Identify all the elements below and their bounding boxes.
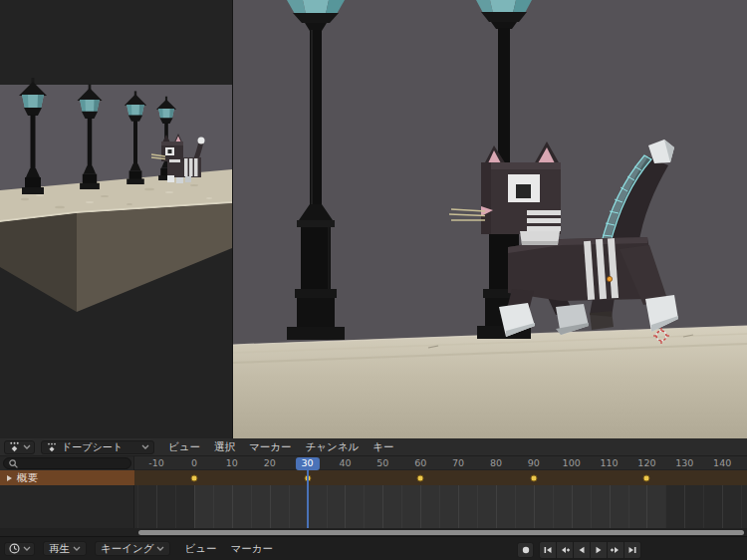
grid-line [232, 485, 233, 528]
search-icon [8, 458, 19, 469]
jump-to-end-button[interactable] [624, 542, 640, 558]
grid-line [213, 485, 214, 528]
chevron-down-icon [156, 546, 164, 552]
chevron-down-icon [23, 444, 31, 450]
scrollbar-thumb[interactable] [138, 530, 744, 535]
menu-view[interactable]: ビュー [184, 542, 216, 556]
grid-line [610, 485, 611, 528]
chevron-down-icon [73, 546, 81, 552]
current-frame-indicator[interactable]: 30 [296, 457, 320, 470]
ruler-tick: 0 [191, 457, 197, 468]
grid-line [194, 485, 195, 528]
timeline-editor-type-button[interactable] [4, 542, 35, 556]
grid-line [477, 485, 478, 528]
play-reverse-icon [576, 544, 588, 556]
transport-controls [517, 541, 641, 559]
ruler-tick: 110 [600, 457, 618, 468]
keyframe-dot[interactable] [530, 474, 537, 481]
keying-menu[interactable]: キーイング [95, 541, 170, 556]
grid-line [327, 485, 328, 528]
grid-line [684, 485, 685, 528]
grid-line [175, 485, 176, 528]
keyframe-dot[interactable] [643, 474, 650, 481]
horizontal-scrollbar[interactable] [0, 528, 747, 536]
play-icon [593, 544, 605, 556]
grid-line [496, 485, 497, 528]
ruler-tick: 130 [675, 457, 693, 468]
disclosure-triangle-icon [5, 474, 13, 482]
summary-keyframe-strip[interactable] [134, 470, 747, 485]
blender-window: ドープシート ビュー選択マーカーチャンネルキー 概要 [0, 0, 747, 560]
menu-view[interactable]: ビュー [168, 440, 200, 454]
dopesheet-icon [8, 440, 21, 453]
channel-search-input[interactable] [3, 457, 131, 469]
record-button[interactable] [517, 542, 534, 558]
dopesheet-body: 概要 30 -100102040506070809010011012013014… [0, 456, 747, 528]
grid-line [572, 485, 573, 528]
keying-menu-label: キーイング [101, 542, 153, 556]
play-reverse-button[interactable] [574, 542, 590, 558]
grid-line [420, 485, 421, 528]
main-viewport[interactable] [232, 0, 747, 438]
grid-line [401, 485, 402, 528]
menu-key[interactable]: キー [373, 440, 393, 454]
keyframe-dot[interactable] [191, 474, 198, 481]
grid-line [364, 485, 365, 528]
grid-line [251, 485, 252, 528]
ruler-tick: 60 [414, 457, 426, 468]
grid-line [289, 485, 290, 528]
next-keyframe-button[interactable] [608, 542, 623, 558]
grid-line [156, 485, 157, 528]
channel-column: 概要 [0, 456, 134, 528]
ruler-tick: 10 [226, 457, 238, 468]
grid-line [137, 485, 138, 528]
menu-channel[interactable]: チャンネル [306, 440, 360, 454]
dopesheet-mode-icon [46, 441, 58, 453]
ruler-tick: 40 [339, 457, 351, 468]
dopesheet-grid[interactable] [134, 485, 747, 528]
menu-select[interactable]: 選択 [214, 440, 235, 454]
ruler-tick: 50 [376, 457, 388, 468]
grid-line [703, 485, 704, 528]
jump-to-end-icon [626, 544, 638, 556]
origin-dot [607, 276, 612, 281]
playback-menu-label: 再生 [49, 542, 70, 556]
record-icon [520, 544, 532, 556]
timeline-header: 再生 キーイング ビュー マーカー [0, 536, 747, 560]
ruler-tick: 80 [490, 457, 502, 468]
play-button[interactable] [591, 542, 607, 558]
chevron-down-icon [141, 444, 149, 450]
menu-marker[interactable]: マーカー [230, 542, 273, 556]
secondary-viewport[interactable] [0, 0, 232, 438]
dopesheet-mode-label: ドープシート [62, 440, 137, 454]
clock-icon [8, 542, 21, 555]
channel-summary-row[interactable]: 概要 [0, 470, 134, 485]
keyframe-dot[interactable] [417, 474, 424, 481]
playhead-line[interactable] [307, 470, 309, 528]
menu-marker[interactable]: マーカー [249, 440, 292, 454]
grid-line [646, 485, 647, 528]
dopesheet-menubar: ビュー選択マーカーチャンネルキー [168, 440, 393, 454]
timeline-ruler[interactable]: 30 -1001020405060708090100110120130140 [134, 456, 747, 470]
grid-line [458, 485, 459, 528]
ruler-tick: 120 [637, 457, 655, 468]
ruler-tick: 100 [563, 457, 581, 468]
editor-type-button[interactable] [4, 440, 35, 454]
scene-range-highlight [194, 485, 665, 528]
previous-keyframe-button[interactable] [557, 542, 573, 558]
jump-to-start-button[interactable] [540, 542, 556, 558]
dopesheet-mode-select[interactable]: ドープシート [41, 440, 154, 454]
ruler-tick: 90 [528, 457, 540, 468]
grid-line [722, 485, 723, 528]
grid-line [270, 485, 271, 528]
grid-line [382, 485, 383, 528]
keyframe-area[interactable]: 30 -1001020405060708090100110120130140 [134, 456, 747, 528]
main-scene [233, 0, 747, 438]
grid-line [553, 485, 554, 528]
ruler-tick: 70 [452, 457, 464, 468]
ground[interactable] [233, 326, 747, 438]
grid-line [439, 485, 440, 528]
dopesheet-header: ドープシート ビュー選択マーカーチャンネルキー [0, 438, 747, 456]
playback-menu[interactable]: 再生 [43, 541, 87, 556]
grid-line [741, 485, 742, 528]
